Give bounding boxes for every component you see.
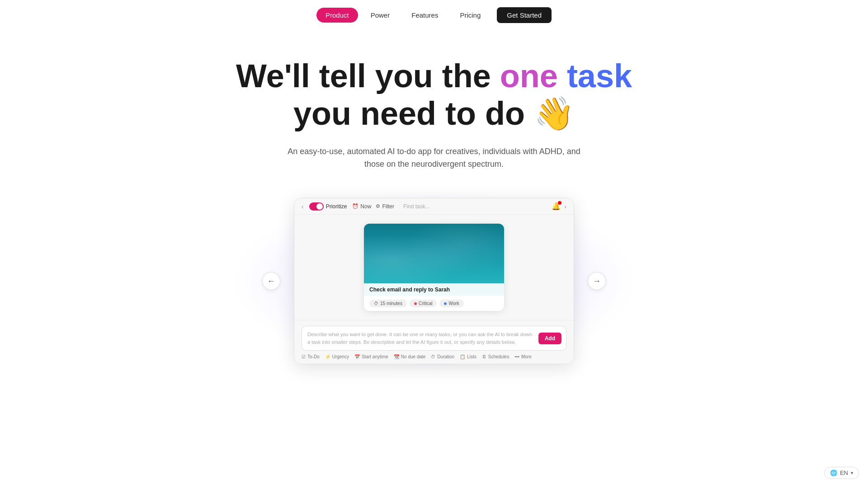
hero-section: We'll tell you the one task you need to … (0, 30, 868, 189)
topbar-actions: ⏰ Now ⚙ Filter (352, 203, 394, 210)
arrow-right-icon: → (593, 277, 601, 286)
hero-headline: We'll tell you the one task you need to … (231, 57, 637, 132)
search-placeholder: Find task... (403, 203, 430, 210)
prioritize-label: Prioritize (326, 203, 347, 210)
filter-label: Filter (382, 203, 394, 210)
app-mockup: ‹ Prioritize ⏰ Now ⚙ Filter Find task... (294, 198, 574, 364)
tag-time-label: 15 minutes (380, 301, 402, 306)
language-selector[interactable]: 🌐 EN ▾ (824, 467, 859, 479)
due-label: No due date (401, 354, 426, 359)
urgency-label: Urgency (332, 354, 349, 359)
add-task-button[interactable]: Add (538, 333, 561, 344)
tag-work: Work (439, 300, 463, 307)
schedules-label: Schedules (488, 354, 509, 359)
now-label: Now (360, 203, 371, 210)
nav-pricing[interactable]: Pricing (451, 8, 490, 23)
tag-critical-label: Critical (419, 301, 433, 306)
start-label: Start anytime (362, 354, 388, 359)
more-icon: ••• (514, 354, 519, 359)
task-card-meta: ⏱ 15 minutes Critical Work (364, 296, 504, 311)
time-icon: ⏱ (374, 301, 378, 306)
nav-cta[interactable]: Get Started (497, 7, 552, 23)
more-label: More (521, 354, 532, 359)
action-due[interactable]: 📆 No due date (394, 354, 426, 359)
headline-before: We'll tell you the (236, 58, 500, 94)
hero-subtext: An easy-to-use, automated AI to-do app f… (280, 145, 588, 171)
tag-critical: Critical (410, 300, 437, 307)
task-carousel: Check email and reply to Sarah ⏱ 15 minu… (294, 215, 574, 320)
duration-icon: ⏱ (431, 354, 435, 359)
clock-icon: ⏰ (352, 203, 359, 209)
navbar: Product Power Features Pricing Get Start… (0, 0, 868, 30)
action-schedules[interactable]: 🗓 Schedules (482, 354, 509, 359)
action-urgency[interactable]: ⚡ Urgency (325, 354, 349, 359)
lists-label: Lists (467, 354, 476, 359)
topbar-right: 🔔 › (552, 202, 566, 211)
task-card: Check email and reply to Sarah ⏱ 15 minu… (364, 224, 504, 311)
action-duration[interactable]: ⏱ Duration (431, 354, 454, 359)
task-search-field[interactable]: Find task... (400, 203, 546, 210)
todo-label: To-Do (307, 354, 320, 359)
carousel-next-button[interactable]: → (588, 272, 606, 290)
critical-dot (414, 302, 417, 305)
tag-work-label: Work (448, 301, 459, 306)
task-card-title: Check email and reply to Sarah (364, 283, 504, 296)
now-button[interactable]: ⏰ Now (352, 203, 371, 210)
headline-line2: you need to do (293, 95, 534, 131)
globe-icon: 🌐 (830, 469, 837, 476)
bottom-actions-bar: ☑ To-Do ⚡ Urgency 📅 Start anytime 📆 No d… (302, 354, 566, 359)
lang-label: EN (840, 469, 848, 476)
app-topbar: ‹ Prioritize ⏰ Now ⚙ Filter Find task... (294, 198, 574, 215)
toggle-switch[interactable] (309, 202, 324, 211)
start-icon: 📅 (354, 354, 360, 359)
urgency-icon: ⚡ (325, 354, 330, 359)
lang-chevron: ▾ (851, 470, 853, 475)
prioritize-toggle[interactable]: Prioritize (309, 202, 347, 211)
due-icon: 📆 (394, 354, 399, 359)
duration-label: Duration (437, 354, 454, 359)
work-dot (444, 302, 447, 305)
action-more[interactable]: ••• More (514, 354, 531, 359)
action-lists[interactable]: 📋 Lists (460, 354, 476, 359)
task-card-image: Check email and reply to Sarah (364, 224, 504, 296)
topbar-collapse-left[interactable]: ‹ (302, 203, 304, 210)
carousel-prev-button[interactable]: ← (262, 272, 280, 290)
hero-emoji: 👋 (534, 95, 575, 131)
ai-input-placeholder[interactable]: Describe what you want to get done. It c… (307, 331, 561, 346)
filter-icon: ⚙ (376, 203, 380, 209)
nav-product[interactable]: Product (316, 8, 358, 23)
headline-one: one (500, 58, 558, 94)
app-bottom: Describe what you want to get done. It c… (294, 320, 574, 364)
todo-icon: ☑ (302, 354, 306, 359)
nav-features[interactable]: Features (402, 8, 447, 23)
topbar-collapse-right[interactable]: › (564, 203, 566, 210)
action-todo[interactable]: ☑ To-Do (302, 354, 320, 359)
nav-power[interactable]: Power (362, 8, 399, 23)
app-preview-wrapper: ← ‹ Prioritize ⏰ Now ⚙ Filter Find ta (0, 198, 868, 364)
bell-button[interactable]: 🔔 (552, 202, 561, 211)
notification-badge (558, 201, 561, 205)
action-start[interactable]: 📅 Start anytime (354, 354, 388, 359)
tag-time: ⏱ 15 minutes (369, 300, 407, 307)
headline-task: task (567, 58, 632, 94)
filter-button[interactable]: ⚙ Filter (376, 203, 394, 210)
arrow-left-icon: ← (267, 277, 275, 286)
schedules-icon: 🗓 (482, 354, 486, 359)
lists-icon: 📋 (460, 354, 465, 359)
ai-input-box: Describe what you want to get done. It c… (302, 326, 566, 351)
